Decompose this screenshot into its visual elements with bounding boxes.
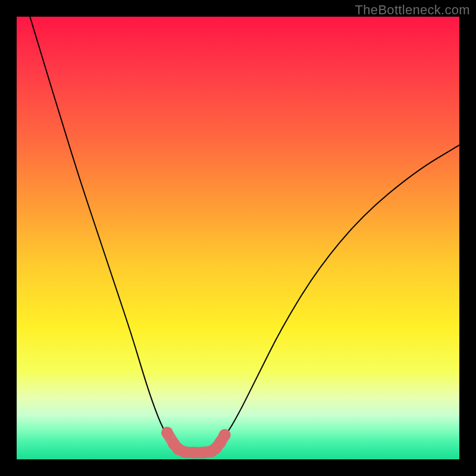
chart-plot-area — [17, 17, 459, 459]
chart-svg — [17, 17, 459, 459]
marker-dot — [161, 427, 173, 439]
watermark-text: TheBottleneck.com — [355, 2, 470, 18]
gradient-background — [17, 17, 459, 459]
marker-dot — [219, 429, 231, 441]
chart-frame: TheBottleneck.com — [0, 0, 476, 476]
